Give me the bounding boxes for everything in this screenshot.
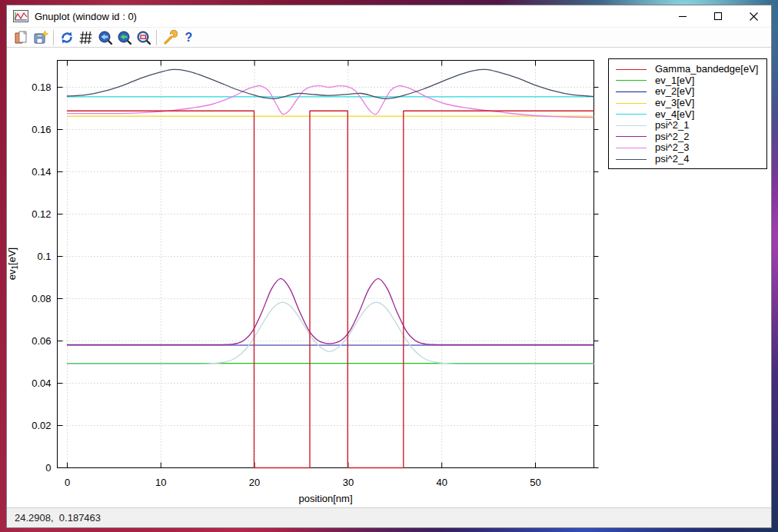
legend-entry: ev_4[eV] (616, 108, 763, 120)
series-psi-2-2 (68, 278, 594, 344)
close-button[interactable] (736, 5, 771, 27)
legend-line-sample (616, 69, 647, 70)
legend-entry: psi^2_2 (616, 131, 763, 143)
previous-zoom-icon (98, 30, 113, 45)
maximize-icon (713, 12, 723, 21)
plot-border (58, 61, 594, 468)
y-tick-label: 0.08 (32, 293, 51, 304)
close-icon (749, 12, 759, 22)
series-psi-2-4 (68, 69, 594, 98)
tick-labels: 00.020.040.060.080.10.120.140.160.180102… (32, 81, 541, 488)
legend-line-sample (616, 114, 647, 115)
legend-entry: Gamma_bandedge[eV] (616, 64, 763, 75)
x-tick-label: 10 (155, 477, 166, 488)
window-title: Gnuplot (window id : 0) (35, 11, 137, 22)
legend-line-sample (616, 103, 647, 104)
legend-label: ev_1[eV] (655, 75, 694, 86)
legend-entry: psi^2_1 (616, 120, 763, 131)
previous-zoom-button[interactable] (95, 28, 115, 47)
cursor-coordinates: 24.2908, 0.187463 (15, 512, 101, 524)
gnuplot-app-icon (13, 10, 28, 22)
next-zoom-icon (117, 30, 132, 45)
legend-line-sample (616, 125, 647, 126)
y-axis-label: ev1[eV] (7, 248, 19, 280)
toggle-grid-button[interactable] (76, 28, 95, 47)
y-tick-label: 0.18 (32, 81, 51, 93)
axis-ticks (58, 61, 599, 468)
legend-entry: ev_3[eV] (616, 98, 763, 109)
x-axis-label: position[nm] (298, 493, 352, 504)
x-tick-label: 20 (249, 477, 260, 488)
legend-line-sample (616, 136, 647, 137)
legend-line-sample (616, 91, 647, 92)
toolbar: ? (7, 27, 771, 48)
legend-label: Gamma_bandedge[eV] (655, 64, 758, 75)
toolbar-separator (53, 30, 54, 45)
next-zoom-button[interactable] (115, 28, 134, 47)
status-bar: 24.2908, 0.187463 (7, 507, 771, 527)
maximize-button[interactable] (700, 5, 736, 27)
save-graph-button[interactable] (31, 28, 50, 47)
title-bar[interactable]: Gnuplot (window id : 0) (7, 5, 771, 27)
series-psi-2-3 (68, 85, 594, 117)
help-button[interactable]: ? (179, 28, 198, 47)
copy-to-clipboard-button[interactable] (12, 28, 31, 47)
legend-label: ev_3[eV] (655, 98, 694, 108)
series-psi-2-1 (68, 302, 594, 364)
grid-lines (58, 61, 594, 468)
x-tick-label: 30 (343, 477, 354, 488)
toolbar-separator (156, 30, 157, 45)
y-tick-label: 0.04 (32, 377, 51, 389)
legend-label: psi^2_2 (655, 131, 689, 142)
legend-entry: psi^2_4 (616, 154, 763, 165)
help-icon: ? (185, 31, 193, 45)
minimize-button[interactable] (665, 5, 700, 27)
unzoom-button[interactable] (134, 28, 153, 47)
x-tick-label: 50 (530, 477, 540, 488)
legend-entry: ev_1[eV] (616, 75, 763, 87)
y-tick-label: 0.1 (37, 251, 51, 262)
y-tick-label: 0.06 (32, 335, 51, 347)
x-tick-label: 0 (65, 477, 70, 488)
toggle-grid-icon (78, 30, 94, 45)
copy-to-clipboard-icon (14, 30, 29, 45)
legend-box: Gamma_bandedge[eV]ev_1[eV]ev_2[eV]ev_3[e… (608, 58, 767, 169)
minimize-icon (678, 12, 687, 21)
legend-label: psi^2_4 (655, 154, 689, 165)
options-wrench-button[interactable] (160, 28, 179, 47)
y-tick-label: 0.02 (32, 420, 51, 431)
legend-label: ev_2[eV] (655, 86, 694, 97)
plot-canvas[interactable]: 00.020.040.060.080.10.120.140.160.180102… (7, 48, 771, 507)
legend-label: psi^2_3 (655, 142, 689, 153)
y-tick-label: 0 (45, 462, 51, 474)
unzoom-icon (136, 30, 151, 45)
window-controls (665, 5, 771, 27)
legend-entry: psi^2_3 (616, 142, 763, 154)
replot-refresh-icon (59, 30, 75, 45)
legend-entry: ev_2[eV] (616, 86, 763, 98)
x-tick-label: 40 (436, 477, 447, 488)
series-gamma-bandedge-ev- (68, 111, 594, 467)
legend-label: psi^2_1 (655, 120, 689, 131)
save-graph-icon (33, 30, 48, 45)
gnuplot-window: Gnuplot (window id : 0) (6, 5, 772, 528)
legend-line-sample (616, 148, 647, 148)
options-wrench-icon (162, 30, 178, 45)
legend-line-sample (616, 159, 647, 160)
y-tick-label: 0.12 (32, 208, 51, 220)
y-tick-label: 0.14 (32, 166, 51, 178)
data-series (68, 69, 594, 467)
y-tick-label: 0.16 (32, 124, 51, 135)
legend-label: ev_4[eV] (655, 109, 694, 120)
legend-line-sample (616, 80, 647, 81)
replot-refresh-button[interactable] (57, 28, 76, 47)
